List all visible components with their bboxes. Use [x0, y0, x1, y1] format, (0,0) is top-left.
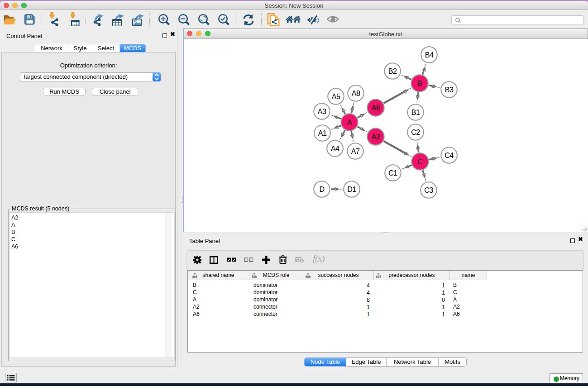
svg-text:C2: C2	[411, 129, 420, 136]
svg-text:D: D	[319, 186, 324, 193]
svg-text:A1: A1	[318, 129, 327, 137]
svg-text:B1: B1	[411, 109, 420, 116]
svg-text:B2: B2	[388, 67, 397, 75]
svg-text:B: B	[417, 80, 422, 87]
svg-text:A6: A6	[372, 104, 380, 112]
svg-text:A3: A3	[318, 108, 326, 115]
svg-text:A8: A8	[352, 90, 360, 97]
svg-text:A7: A7	[351, 148, 360, 155]
svg-text:B4: B4	[425, 51, 434, 59]
svg-text:D1: D1	[347, 186, 356, 193]
svg-text:C: C	[417, 158, 422, 166]
svg-text:C1: C1	[388, 169, 397, 177]
svg-text:B3: B3	[445, 86, 454, 94]
svg-text:A: A	[347, 119, 352, 126]
svg-text:C3: C3	[424, 186, 433, 194]
svg-text:A5: A5	[332, 93, 340, 100]
svg-text:C4: C4	[445, 152, 454, 159]
svg-text:A4: A4	[331, 145, 339, 152]
svg-text:A2: A2	[372, 133, 380, 141]
